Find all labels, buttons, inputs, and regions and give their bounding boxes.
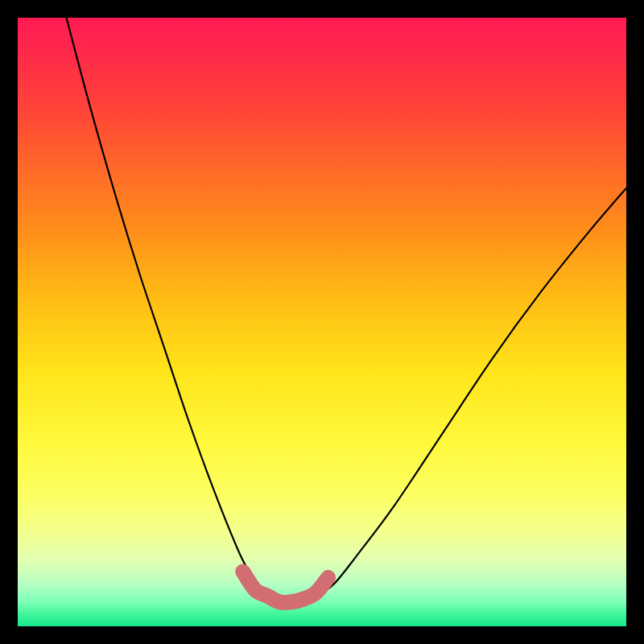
chart-svg (18, 18, 626, 626)
frame-border-bottom (0, 626, 644, 644)
frame-border-top (0, 0, 644, 18)
frame-border-right (626, 0, 644, 644)
frame-border-left (0, 0, 18, 644)
highlight-segment (243, 572, 328, 602)
plot-area (18, 18, 626, 626)
bottleneck-curve (67, 18, 627, 603)
